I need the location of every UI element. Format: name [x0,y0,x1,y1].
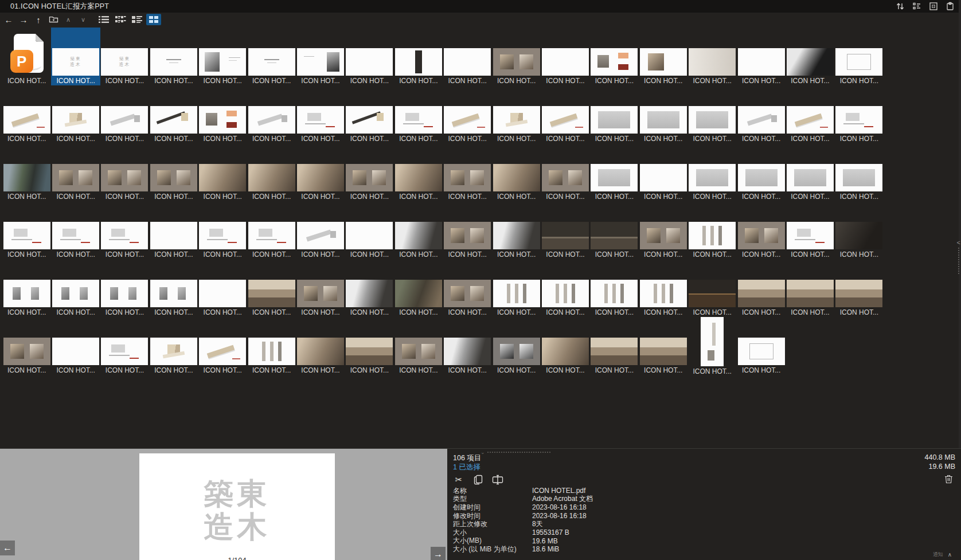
file-item[interactable]: ICON HOT... [247,317,296,375]
file-item[interactable]: ICON HOT... [296,259,345,317]
file-item[interactable]: ICON HOT... [149,317,198,375]
file-item[interactable]: ICON HOT... [639,28,687,85]
file-item[interactable]: ICON HOT... [296,28,345,85]
file-item[interactable]: ICON HOT... [2,201,51,259]
file-item[interactable]: ICON HOT... [100,143,149,201]
sort-icon[interactable] [895,1,905,11]
file-item[interactable]: ICON HOT... [394,143,443,201]
forward-button[interactable]: → [17,14,30,25]
file-item[interactable]: ICON HOT... [443,143,492,201]
preview-next-button[interactable]: → [431,547,446,560]
file-item[interactable]: ICON HOT... [590,259,639,317]
file-item[interactable]: ICON HOT... [737,317,786,375]
file-item[interactable]: ICON HOT... [737,28,786,85]
file-item[interactable]: ICON HOT... [541,85,589,143]
file-item[interactable]: ICON HOT... [737,85,786,143]
file-item[interactable]: ICON HOT... [51,201,100,259]
file-item[interactable]: ICON HOT... [2,317,51,375]
splitter-handle[interactable]: ⌄ [480,449,550,455]
checklist-icon[interactable] [912,1,922,11]
add-pane-icon[interactable] [928,1,939,11]
file-item[interactable]: ICON HOT... [492,85,541,143]
file-item[interactable]: ICON HOT... [492,259,541,317]
file-item[interactable]: ICON HOT... [394,28,443,85]
file-item[interactable]: ICON HOT... [149,28,198,85]
file-item[interactable]: ICON HOT... [51,143,100,201]
file-item[interactable]: ICON HOT... [198,28,247,85]
file-item[interactable]: ICON HOT... [639,85,687,143]
collapse-up-icon[interactable]: ∧ [62,14,75,25]
file-item[interactable]: ICON HOT... [149,85,198,143]
file-item[interactable]: ICON HOT... [443,317,492,375]
file-item[interactable]: ICON HOT... [590,201,639,259]
file-item[interactable]: ICON HOT... [443,85,492,143]
file-item[interactable]: ICON HOT... [51,259,100,317]
up-button[interactable]: ↑ [32,14,45,25]
file-item[interactable]: ICON HOT... [198,259,247,317]
file-item[interactable]: ICON HOT... [2,143,51,201]
file-item[interactable]: ICON HOT... [786,85,834,143]
file-item[interactable]: ICON HOT... [687,259,736,317]
back-button[interactable]: ← [2,14,15,25]
tray-toggle[interactable]: 通知 ∧ [933,551,952,558]
collapse-down-icon[interactable]: ∨ [77,14,89,25]
file-item[interactable]: ICON HOT... [247,201,296,259]
file-item[interactable]: ICON HOT... [590,28,639,85]
file-item[interactable]: ICON HOT... [737,259,786,317]
file-item[interactable]: ICON HOT... [541,317,589,375]
list-view-button[interactable] [96,14,111,25]
file-item[interactable]: ICON HOT... [2,259,51,317]
file-item[interactable]: ICON HOT... [737,201,786,259]
collapse-panel-handle[interactable]: < [957,240,960,274]
file-item[interactable]: ICON HOT... [247,28,296,85]
file-item[interactable]: ICON HOT... [687,201,736,259]
file-item[interactable]: ICON HOT... [345,259,394,317]
file-item[interactable]: ICON HOT... [247,143,296,201]
file-item[interactable]: ICON HOT... [835,259,884,317]
file-item[interactable]: ICON HOT... [394,85,443,143]
file-item[interactable]: ICON HOT... [198,143,247,201]
file-item[interactable]: ICON HOT... [443,28,492,85]
file-item[interactable]: ICON HOT... [100,85,149,143]
file-item[interactable]: ICON HOT... [835,85,884,143]
file-item[interactable]: ICON HOT... [687,317,736,375]
file-item[interactable]: ICON HOT... [687,28,736,85]
delete-icon[interactable] [943,473,954,484]
file-item[interactable]: ICON HOT... [639,317,687,375]
clipboard-icon[interactable] [945,1,955,11]
file-item[interactable]: ICON HOT... [100,259,149,317]
file-item[interactable]: ICON HOT... [835,143,884,201]
file-item[interactable]: ICON HOT... [296,85,345,143]
file-item[interactable]: ICON HOT... [394,259,443,317]
file-item[interactable]: ICON HOT... [394,317,443,375]
file-item[interactable]: ICON HOT... [198,85,247,143]
file-item[interactable]: ICON HOT... [492,317,541,375]
file-item[interactable]: ICON HOT... [296,201,345,259]
file-item[interactable]: ICON HOT... [541,201,589,259]
details-view-button[interactable] [130,14,144,25]
file-item[interactable]: ICON HOT... [786,143,834,201]
file-item[interactable]: ICON HOT... [443,259,492,317]
file-item[interactable]: ICON HOT... [737,143,786,201]
grid-view-button[interactable] [146,14,161,25]
file-item[interactable]: ICON HOT... [394,201,443,259]
file-item[interactable]: ICON HOT... [198,317,247,375]
file-item[interactable]: ICON HOT... [492,201,541,259]
file-item[interactable]: ICON HOT... [149,201,198,259]
file-item[interactable]: ICON HOT... [541,259,589,317]
file-item[interactable]: ICON HOT... [296,317,345,375]
file-item[interactable]: ICON HOT... [590,85,639,143]
copy-icon[interactable] [472,474,484,485]
cut-icon[interactable]: ✂ [453,474,464,485]
file-item[interactable]: ICON HOT... [687,85,736,143]
file-item[interactable]: ICON HOT... [345,201,394,259]
file-item[interactable]: ICON HOT... [443,201,492,259]
file-item[interactable]: ICON HOT... [541,28,589,85]
file-item[interactable]: ICON HOT... [345,85,394,143]
file-item[interactable]: 築東 造木ICON HOT... [100,28,149,85]
file-item[interactable]: 築東 造木ICON HOT... [51,28,100,85]
file-item[interactable]: ICON HOT... [639,259,687,317]
file-item[interactable]: ICON HOT... [51,85,100,143]
file-item[interactable]: ICON HOT... [835,201,884,259]
file-item[interactable]: ICON HOT... [492,143,541,201]
